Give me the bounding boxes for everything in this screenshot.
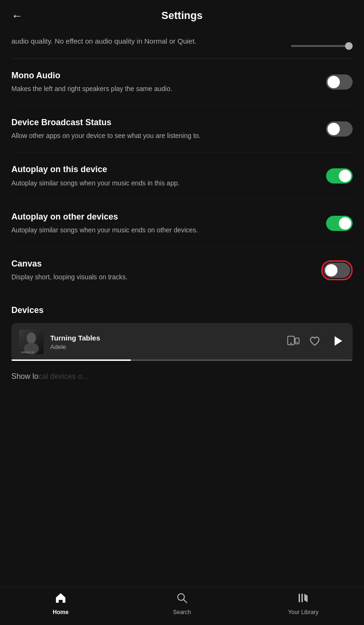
audio-slider[interactable] xyxy=(291,45,353,47)
setting-desc-canvas: Display short, looping visuals on tracks… xyxy=(11,272,310,282)
setting-desc-autoplay-this-device: Autoplay similar songs when your music e… xyxy=(11,178,315,188)
setting-row-autoplay-other-devices: Autoplay on other devices Autoplay simil… xyxy=(11,200,353,247)
setting-row-mono-audio: Mono Audio Makes the left and right spea… xyxy=(11,59,353,106)
setting-info-device-broadcast-status: Device Broadcast Status Allow other apps… xyxy=(11,117,326,141)
svg-line-11 xyxy=(184,600,187,603)
setting-info-autoplay-other-devices: Autoplay on other devices Autoplay simil… xyxy=(11,211,326,235)
toggle-wrapper-autoplay-this-device xyxy=(326,168,353,184)
back-button[interactable]: ← xyxy=(11,9,23,22)
setting-desc-mono-audio: Makes the left and right speakers play t… xyxy=(11,84,315,94)
setting-title-autoplay-this-device: Autoplay on this device xyxy=(11,164,315,175)
track-title: Turning Tables xyxy=(50,334,287,342)
setting-title-canvas: Canvas xyxy=(11,258,310,269)
track-artist: Adele xyxy=(50,343,287,350)
toggle-wrapper-device-broadcast-status xyxy=(326,121,353,137)
setting-info-canvas: Canvas Display short, looping visuals on… xyxy=(11,258,321,282)
svg-point-7 xyxy=(291,343,292,344)
nav-label-home: Home xyxy=(53,609,68,616)
nav-label-search: Search xyxy=(173,609,191,616)
top-partial-row: audio quality. No effect on audio qualit… xyxy=(11,31,353,59)
album-art: ADELE 21 xyxy=(19,330,44,354)
svg-rect-12 xyxy=(299,594,300,602)
track-info: Turning Tables Adele xyxy=(50,334,287,350)
toggle-autoplay-other-devices[interactable] xyxy=(326,216,353,231)
toggle-device-broadcast-status[interactable] xyxy=(326,121,353,137)
svg-point-2 xyxy=(27,332,36,344)
svg-point-8 xyxy=(297,342,298,343)
show-local-devices-text: Show local devices o... xyxy=(11,368,353,390)
toggle-mono-audio[interactable] xyxy=(326,74,353,90)
bottom-nav: Home Search Your Library xyxy=(0,587,364,625)
header: ← Settings xyxy=(0,0,364,31)
toggle-wrapper-mono-audio xyxy=(326,74,353,90)
nav-item-library[interactable]: Your Library xyxy=(284,592,322,616)
devices-section-header: Devices xyxy=(11,294,353,323)
setting-title-autoplay-other-devices: Autoplay on other devices xyxy=(11,211,315,222)
setting-info-mono-audio: Mono Audio Makes the left and right spea… xyxy=(11,70,326,94)
device-connect-icon[interactable] xyxy=(287,335,300,349)
setting-row-autoplay-this-device: Autoplay on this device Autoplay similar… xyxy=(11,153,353,200)
settings-rows: Mono Audio Makes the left and right spea… xyxy=(11,59,353,294)
library-icon xyxy=(297,592,309,607)
setting-row-device-broadcast-status: Device Broadcast Status Allow other apps… xyxy=(11,106,353,153)
setting-info-autoplay-this-device: Autoplay on this device Autoplay similar… xyxy=(11,164,326,188)
now-playing-controls xyxy=(287,333,345,350)
settings-content: audio quality. No effect on audio qualit… xyxy=(0,31,364,476)
setting-title-mono-audio: Mono Audio xyxy=(11,70,315,81)
toggle-canvas[interactable] xyxy=(324,263,350,278)
like-button[interactable] xyxy=(309,335,320,349)
toggle-wrapper-canvas xyxy=(321,260,353,280)
setting-desc-device-broadcast-status: Allow other apps on your device to see w… xyxy=(11,131,315,141)
nav-item-search[interactable]: Search xyxy=(163,592,201,616)
now-playing-bar[interactable]: ADELE 21 Turning Tables Adele xyxy=(11,323,353,361)
play-button[interactable] xyxy=(330,333,345,350)
toggle-autoplay-this-device[interactable] xyxy=(326,168,353,184)
svg-text:ADELE 21: ADELE 21 xyxy=(21,351,35,354)
svg-rect-13 xyxy=(301,594,303,602)
search-icon xyxy=(176,592,188,607)
svg-marker-9 xyxy=(335,336,342,346)
svg-rect-6 xyxy=(295,338,299,344)
now-playing-progress xyxy=(11,359,353,361)
home-icon xyxy=(55,592,67,607)
nav-item-home[interactable]: Home xyxy=(42,592,80,616)
setting-row-canvas: Canvas Display short, looping visuals on… xyxy=(11,247,353,294)
nav-label-library: Your Library xyxy=(288,609,318,616)
setting-title-device-broadcast-status: Device Broadcast Status xyxy=(11,117,315,128)
page-title: Settings xyxy=(162,9,203,22)
setting-desc-autoplay-other-devices: Autoplay similar songs when your music e… xyxy=(11,225,315,235)
top-partial-text: audio quality. No effect on audio qualit… xyxy=(11,36,291,47)
toggle-wrapper-autoplay-other-devices xyxy=(326,216,353,231)
